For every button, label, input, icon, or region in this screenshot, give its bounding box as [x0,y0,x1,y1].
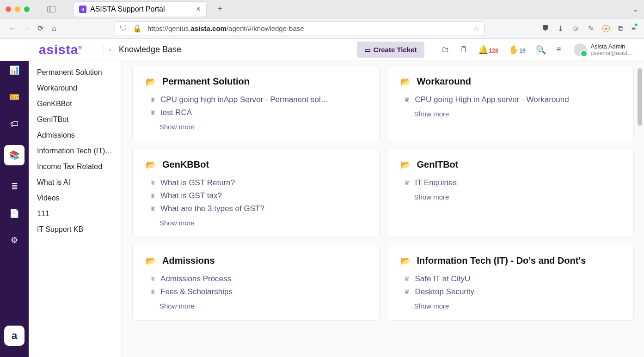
reports-icon[interactable]: 📄 [9,208,20,219]
ticket-icon[interactable]: 🎫 [9,91,20,103]
dashboard-icon[interactable]: 📊 [9,65,20,76]
settings-icon[interactable]: ⚙ [9,235,20,246]
extensions-icon[interactable]: ⧉ [618,24,623,33]
sidebar-item[interactable]: What is AI [37,175,113,190]
sidebar-toggle-icon[interactable] [47,6,55,12]
lock-icon: 🔒 [133,24,142,33]
article-row: 🗎What is GST Return? [146,176,366,189]
header-actions: 🗂 🗒 🔔128 ✋19 🔍 ≡ Asista Admin pseema@asi… [441,43,633,56]
forward-button[interactable]: → [22,24,31,33]
tabs-dropdown-icon[interactable]: ⌄ [632,5,638,13]
card-title[interactable]: GenITBot [417,159,459,170]
article-link[interactable]: Safe IT at CityU [415,274,471,284]
document-icon: 🗎 [404,275,411,283]
inbox-icon[interactable]: 🗂 [441,45,449,54]
article-row: 🗎Fees & Scholarships [146,285,366,298]
search-icon[interactable]: 🔍 [536,45,546,55]
eyedropper-icon[interactable]: ✎ [588,24,594,33]
account-icon[interactable]: ☺ [572,24,579,33]
article-link[interactable]: test RCA [160,108,192,117]
show-more-link[interactable]: Show more [400,106,621,118]
kb-sidebar: Permanent Solution Workaround GenKBBot G… [29,39,122,357]
document-icon: 🗎 [149,109,156,116]
bookmark-star-icon[interactable]: ☆ [473,24,479,33]
sidebar-item[interactable]: 111 [37,206,113,222]
folder-icon: 📂 [400,160,411,170]
page-title-area: ← Knowledge Base [104,45,181,55]
sidebar-item[interactable]: Income Tax Related [37,159,113,175]
article-link[interactable]: Fees & Scholarships [160,287,233,296]
sidebar-item[interactable]: Videos [37,190,113,206]
article-link[interactable]: Desktop Security [415,287,475,296]
article-link[interactable]: What is GST Return? [160,178,235,188]
new-tab-button[interactable]: + [214,3,226,15]
url-prefix: https://genius. [147,24,190,32]
create-ticket-button[interactable]: ▭ Create Ticket [357,42,424,58]
user-meta: Asista Admin pseema@asist… [590,43,633,56]
show-more-link[interactable]: Show more [146,298,366,310]
pocket-icon[interactable]: ⛊ [542,24,549,33]
close-tab-icon[interactable]: × [196,5,201,13]
sidebar-item[interactable]: Permanent Solution [37,65,113,80]
document-icon: 🗎 [149,288,156,296]
folder-icon: 📂 [146,256,156,266]
browser-tab-bar: a ASISTA Support Portal × + ⌄ [0,0,644,18]
app-menu-icon[interactable]: ≡ [632,24,636,33]
app-badge-icon[interactable]: a [4,326,25,346]
address-bar[interactable]: 🛡 🔒 https://genius.asista.com/agent/#/kn… [115,21,485,36]
extension-icon[interactable]: ● [602,25,610,32]
url-path: /agent/#/knowledge-base [227,24,304,32]
list-icon[interactable]: ≣ [9,181,20,192]
card-title[interactable]: Workaround [417,76,471,87]
sidebar-item[interactable]: Workaround [37,80,113,96]
sidebar-item[interactable]: GenKBBot [37,96,113,112]
app-logo[interactable]: asista® [39,42,82,57]
article-link[interactable]: CPU going high inApp Server - Permanent … [160,95,329,104]
browser-tab[interactable]: a ASISTA Support Portal × [73,1,207,17]
back-button[interactable]: ← [8,24,17,33]
document-icon: 🗎 [404,288,411,296]
sidebar-item[interactable]: Admissions [37,127,113,143]
show-more-link[interactable]: Show more [146,215,366,227]
article-link[interactable]: IT Enquiries [415,178,457,188]
show-more-link[interactable]: Show more [400,189,621,201]
main-content: 📂Permanent Solution🗎CPU going high inApp… [122,39,644,357]
browser-actions: ⛊ ⤓ ☺ ✎ ● ⧉ ≡ [542,24,636,33]
article-link[interactable]: What are the 3 types of GST? [160,204,264,213]
article-row: 🗎Desktop Security [400,285,621,298]
kb-card: 📂Information Tech (IT) - Do's and Dont's… [387,245,634,321]
tag-icon[interactable]: 🏷 [9,118,20,129]
knowledge-base-icon[interactable]: 📚 [4,145,25,165]
article-link[interactable]: What is GST tax? [160,191,222,200]
show-more-link[interactable]: Show more [400,298,621,310]
notes-icon[interactable]: 🗒 [460,45,468,54]
back-arrow-icon[interactable]: ← [108,46,115,54]
bell-icon[interactable]: 🔔128 [478,45,498,55]
window-controls[interactable] [6,6,30,12]
url-host: asista.com [190,24,227,32]
home-button[interactable]: ⌂ [50,24,58,33]
sidebar-item[interactable]: GenITBot [37,112,113,127]
shield-icon: 🛡 [120,24,127,33]
downloads-icon[interactable]: ⤓ [558,24,564,33]
sidebar-item[interactable]: Information Tech (IT) … [37,143,113,159]
card-title[interactable]: Admissions [162,255,215,266]
user-menu[interactable]: Asista Admin pseema@asist… [574,43,633,56]
sidebar-item[interactable]: IT Support KB [37,222,113,237]
menu-icon[interactable]: ≡ [556,45,561,54]
card-title[interactable]: GenKBBot [162,159,209,170]
user-name: Asista Admin [590,43,633,50]
show-more-link[interactable]: Show more [146,119,366,131]
article-link[interactable]: CPU going High in App server - Workaroun… [415,95,569,104]
card-title[interactable]: Information Tech (IT) - Do's and Dont's [417,255,586,266]
favicon-icon: a [79,6,86,13]
card-title[interactable]: Permanent Solution [162,76,250,87]
notification-count: 128 [489,48,498,54]
article-link[interactable]: Admissions Process [160,274,231,284]
document-icon: 🗎 [149,192,156,200]
scrollbar[interactable] [638,68,642,126]
browser-toolbar: ← → ⟳ ⌂ 🛡 🔒 https://genius.asista.com/ag… [0,18,644,39]
hand-icon[interactable]: ✋19 [509,45,526,55]
document-icon: 🗎 [404,179,411,187]
reload-button[interactable]: ⟳ [36,24,44,33]
